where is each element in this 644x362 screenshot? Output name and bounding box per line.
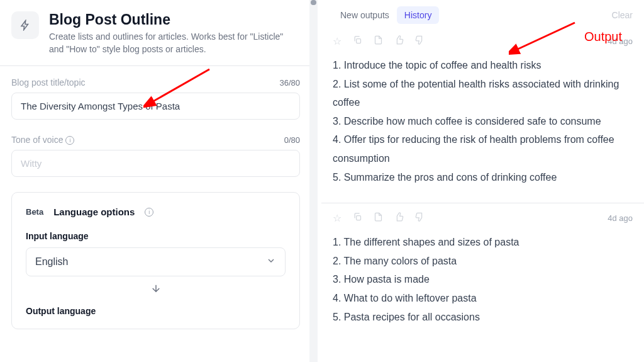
output-timestamp: 4d ago [608, 37, 633, 46]
list-item: 3. Describe how much coffee is considere… [333, 112, 633, 131]
list-item: 5. Pasta recipes for all occasions [333, 308, 633, 327]
template-header: Blog Post Outline Create lists and outli… [0, 0, 318, 65]
info-icon[interactable]: i [65, 136, 74, 145]
page-title: Blog Post Outline [49, 11, 300, 28]
list-item: 2. The many colors of pasta [333, 252, 633, 271]
tone-input[interactable] [11, 150, 300, 177]
page-subtitle: Create lists and outlines for articles. … [49, 31, 300, 55]
divider [321, 203, 644, 203]
thumbs-up-icon[interactable] [394, 212, 404, 224]
left-panel: Blog Post Outline Create lists and outli… [0, 0, 318, 362]
arrow-down-icon [26, 276, 286, 306]
copy-icon[interactable] [353, 212, 362, 224]
language-options-card: Beta Language options i Input language E… [11, 192, 300, 329]
output-item: ☆ 4d ago 1. The different shapes and siz… [321, 206, 644, 337]
list-item: 4. What to do with leftover pasta [333, 289, 633, 308]
output-item: ☆ 4d ago 1. Introduce the topic of coffe… [321, 29, 644, 198]
input-language-select[interactable]: English [26, 247, 286, 276]
outline-list: 1. Introduce the topic of coffee and hea… [333, 56, 633, 186]
thumbs-down-icon[interactable] [415, 35, 425, 47]
right-panel: New outputs History Clear ☆ 4d ago 1. In… [318, 0, 644, 362]
star-icon[interactable]: ☆ [333, 212, 341, 224]
list-item: 4. Offer tips for reducing the risk of h… [333, 130, 633, 167]
output-toolbar: ☆ 4d ago [333, 35, 633, 47]
svg-rect-2 [357, 216, 361, 220]
tone-label: Tone of voice i [11, 135, 74, 145]
tone-label-text: Tone of voice [11, 135, 64, 145]
thumbs-up-icon[interactable] [394, 35, 404, 47]
output-timestamp: 4d ago [608, 213, 633, 223]
outline-list: 1. The different shapes and sizes of pas… [333, 233, 633, 326]
document-icon[interactable] [374, 212, 383, 224]
scrollbar[interactable] [309, 0, 318, 362]
output-tabs: New outputs History Clear [321, 0, 644, 29]
tab-new-outputs[interactable]: New outputs [333, 6, 397, 24]
topic-label: Blog post title/topic [11, 77, 86, 88]
topic-input[interactable] [11, 93, 300, 120]
copy-icon[interactable] [353, 35, 362, 47]
input-language-value: English [35, 256, 68, 268]
info-icon[interactable]: i [145, 208, 153, 217]
tone-field-group: Tone of voice i 0/80 [11, 135, 300, 177]
list-item: 1. The different shapes and sizes of pas… [333, 233, 633, 252]
document-icon[interactable] [374, 35, 383, 47]
tone-charcount: 0/80 [284, 135, 300, 145]
input-language-label: Input language [26, 231, 286, 241]
thumbs-down-icon[interactable] [415, 212, 425, 224]
beta-badge: Beta [26, 207, 43, 217]
output-toolbar: ☆ 4d ago [333, 212, 633, 224]
list-item: 3. How pasta is made [333, 270, 633, 289]
lightning-icon [11, 11, 39, 39]
star-icon[interactable]: ☆ [333, 35, 341, 47]
list-item: 2. List some of the potential health ris… [333, 75, 633, 112]
topic-field-group: Blog post title/topic 36/80 [11, 77, 300, 120]
svg-rect-1 [357, 39, 361, 43]
list-item: 5. Summarize the pros and cons of drinki… [333, 168, 633, 187]
clear-button[interactable]: Clear [612, 10, 633, 20]
tab-history[interactable]: History [397, 6, 440, 24]
output-language-label: Output language [26, 306, 286, 316]
chevron-down-icon [266, 256, 276, 268]
list-item: 1. Introduce the topic of coffee and hea… [333, 56, 633, 75]
topic-charcount: 36/80 [279, 78, 300, 88]
language-options-title: Language options [53, 206, 135, 217]
scrollbar-thumb[interactable] [311, 0, 316, 5]
form-area: Blog post title/topic 36/80 Tone of voic… [0, 66, 318, 341]
